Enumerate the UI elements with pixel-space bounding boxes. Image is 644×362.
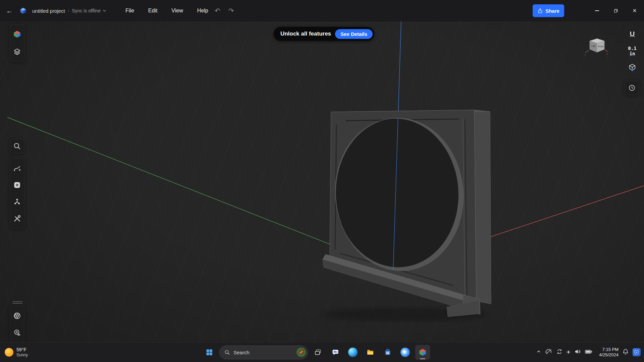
- transform-tool-button[interactable]: [10, 195, 24, 209]
- upgrade-banner: Unlock all features See Details: [274, 27, 374, 41]
- task-view-button[interactable]: [311, 345, 325, 360]
- share-icon: [537, 8, 543, 14]
- display-panel: [10, 306, 24, 343]
- search-highlight-image[interactable]: [297, 348, 306, 357]
- close-icon: ✕: [633, 8, 637, 14]
- history-button[interactable]: [625, 80, 639, 95]
- measure-button[interactable]: [10, 325, 24, 340]
- volume-button[interactable]: [574, 348, 581, 356]
- search-box[interactable]: Search: [219, 346, 308, 359]
- items-panel-button[interactable]: [10, 45, 24, 59]
- add-body-button[interactable]: [10, 178, 24, 192]
- orientation-button[interactable]: [625, 60, 639, 74]
- wrench-icon: [13, 215, 21, 223]
- airplane-mode-button[interactable]: ✈: [567, 349, 571, 355]
- banner-message: Unlock all features: [280, 31, 331, 37]
- tray-clock[interactable]: 7:15 PM 4/25/2024: [599, 347, 619, 358]
- weather-temp: 59°F: [16, 347, 28, 352]
- store-icon: [384, 348, 392, 356]
- shapr3d-button[interactable]: [415, 345, 430, 360]
- photos-icon: [400, 348, 410, 357]
- move-icon: [13, 198, 21, 206]
- sync-status-dropdown[interactable]: Sync is offline: [72, 8, 106, 13]
- task-view-icon: [314, 349, 322, 356]
- taskbar: 59°F Sunny Search: [0, 342, 644, 362]
- file-explorer-icon: [366, 348, 374, 356]
- back-button[interactable]: ←: [3, 0, 15, 21]
- windows-logo-icon: [206, 349, 213, 356]
- photos-button[interactable]: [398, 345, 413, 360]
- battery-button[interactable]: [585, 348, 593, 356]
- weather-condition: Sunny: [16, 352, 28, 358]
- search-icon: [224, 350, 230, 355]
- view-cube[interactable]: Left Front Y X: [584, 34, 608, 58]
- tape-measure-icon: [13, 328, 21, 337]
- search-tools-button[interactable]: [10, 139, 24, 154]
- airplane-icon: ✈: [567, 349, 571, 355]
- project-title: untitled project: [32, 8, 65, 14]
- utilities-button[interactable]: [10, 212, 24, 226]
- shapr3d-app-icon: [418, 348, 427, 357]
- menu-view[interactable]: View: [171, 6, 183, 15]
- screenshot-badge-button[interactable]: [633, 348, 641, 356]
- sun-icon: [5, 348, 13, 357]
- spline-icon: [13, 164, 21, 172]
- appearance-button[interactable]: [10, 309, 24, 323]
- back-arrow-icon: ←: [6, 7, 13, 15]
- tray-time: 7:15 PM: [599, 347, 619, 352]
- viewcube-axis-y-label: Y: [585, 54, 586, 56]
- menu-help[interactable]: Help: [197, 6, 209, 15]
- bell-icon: [622, 348, 629, 355]
- sketch-tool-button[interactable]: [10, 161, 24, 175]
- snap-button[interactable]: [625, 27, 639, 42]
- workspace-panel: [10, 24, 24, 62]
- grid-unit-name: in: [628, 51, 636, 56]
- home-button[interactable]: [10, 27, 24, 41]
- chat-button[interactable]: [328, 345, 343, 360]
- tray-expand-button[interactable]: [536, 349, 541, 356]
- magnet-icon: [628, 30, 637, 39]
- plus-square-icon: [13, 181, 21, 189]
- undo-button[interactable]: ↶: [215, 7, 220, 15]
- share-button[interactable]: Share: [533, 4, 564, 17]
- share-label: Share: [545, 8, 559, 14]
- edge-icon: [348, 348, 358, 357]
- panel-drag-handle[interactable]: [12, 300, 22, 305]
- chat-icon: [331, 348, 339, 356]
- app-logo-icon: [18, 0, 28, 21]
- viewcube-axis-x-label: X: [606, 53, 608, 55]
- viewcube-left-label[interactable]: Left: [591, 45, 595, 47]
- start-button[interactable]: [202, 345, 217, 360]
- sync-status-label: Sync is offline: [72, 8, 101, 13]
- update-status-button[interactable]: [556, 348, 563, 356]
- layers-icon: [13, 48, 21, 56]
- store-button[interactable]: [380, 345, 395, 360]
- zebra-stripes-icon: [13, 312, 21, 320]
- onedrive-status-button[interactable]: [545, 348, 552, 357]
- history-clock-icon: [628, 84, 636, 92]
- redo-button[interactable]: ↷: [228, 7, 234, 15]
- tray-date: 4/25/2024: [599, 352, 619, 358]
- snip-frame-icon: [634, 350, 639, 355]
- maximize-button[interactable]: [606, 0, 625, 21]
- grid-unit-label: 0.1 in: [628, 46, 636, 56]
- chevron-down-icon: [103, 9, 106, 12]
- title-separator: -: [68, 8, 69, 13]
- cloud-offline-icon: [545, 348, 552, 355]
- file-explorer-button[interactable]: [363, 345, 378, 360]
- viewport-canvas[interactable]: [0, 0, 644, 362]
- volume-icon: [574, 348, 581, 355]
- edge-button[interactable]: [345, 345, 360, 360]
- weather-widget[interactable]: 59°F Sunny: [5, 343, 28, 362]
- see-details-button[interactable]: See Details: [335, 29, 373, 39]
- sync-arrows-icon: [556, 348, 563, 355]
- menu-file[interactable]: File: [125, 6, 135, 15]
- battery-icon: [585, 348, 593, 355]
- close-button[interactable]: ✕: [625, 0, 644, 21]
- notification-bell-button[interactable]: [622, 348, 629, 356]
- viewcube-front-label[interactable]: Front: [598, 45, 603, 48]
- menu-edit[interactable]: Edit: [148, 6, 158, 15]
- minimize-button[interactable]: [588, 0, 606, 21]
- model-body[interactable]: [323, 20, 491, 317]
- search-icon: [13, 142, 21, 150]
